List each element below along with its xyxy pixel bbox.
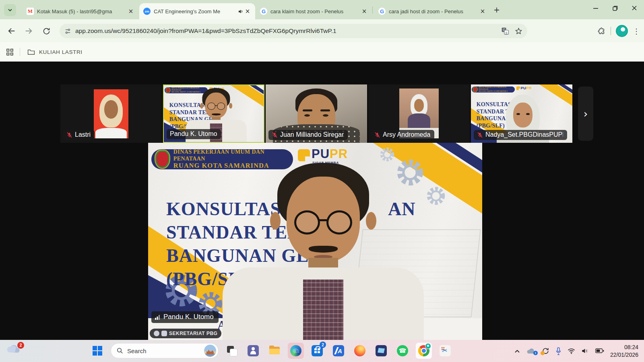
taskbar-center: Search 2 A ☎ ✂	[89, 343, 453, 359]
window-restore-button[interactable]	[605, 0, 625, 16]
system-tray: i 08:24 22/01/2026	[514, 340, 638, 362]
file-explorer-icon	[269, 345, 280, 356]
archicad-icon: A	[333, 345, 344, 356]
tab-close-button[interactable]: ×	[361, 8, 368, 15]
zoom-meeting-area: Lastri DINAS PEKERJAAN UMUM DAN PENATAAN…	[0, 62, 644, 340]
task-view-button[interactable]	[224, 343, 240, 359]
projector-app-button[interactable]	[373, 343, 389, 359]
participant-tile-pandu[interactable]: DINAS PEKERJAAN UMUM DAN PENATAANRUANG K…	[163, 84, 264, 143]
task-view-icon	[226, 345, 237, 356]
new-tab-button[interactable]: +	[492, 5, 502, 14]
tab-title: CAT Engineering's Zoom Me	[154, 8, 235, 14]
tab-search-button[interactable]	[4, 4, 16, 16]
virtual-background: DINAS PEKERJAAN UMUM DAN PENATAAN RUANG …	[148, 143, 482, 340]
svg-text:g: g	[506, 31, 507, 34]
tab-close-button[interactable]: ×	[127, 8, 134, 15]
clock-time: 08:24	[610, 343, 638, 351]
battery-icon[interactable]	[595, 348, 604, 354]
taskbar-search[interactable]: Search	[111, 343, 219, 358]
apps-grid-button[interactable]	[6, 49, 13, 56]
google-favicon: G	[260, 8, 267, 15]
sync-icon[interactable]	[542, 347, 549, 355]
back-button[interactable]	[6, 26, 17, 36]
search-daily-image[interactable]	[204, 345, 216, 357]
wifi-icon[interactable]	[568, 348, 575, 354]
teams-button[interactable]	[245, 343, 261, 359]
tray-expand-button[interactable]	[514, 349, 520, 353]
translate-icon[interactable]: Gg	[501, 27, 509, 35]
city-crest	[473, 87, 477, 93]
bookmark-star-icon[interactable]	[515, 27, 522, 35]
mic-muted-icon	[272, 132, 278, 138]
tab-gmail[interactable]: M Kotak Masuk (5) - lastri95@gma ×	[23, 3, 138, 19]
main-speaker-video[interactable]: DINAS PEKERJAAN UMUM DAN PENATAAN RUANG …	[148, 143, 482, 340]
instagram-icon	[161, 331, 167, 336]
banner-line2: RUANG KOTA SAMARINDA	[479, 90, 515, 93]
chrome-button[interactable]	[416, 343, 432, 359]
participant-tile-juan[interactable]: Juan Milliando Siregar	[266, 84, 367, 143]
gmail-favicon: M	[27, 8, 34, 15]
bookmarks-separator	[20, 48, 20, 56]
windows-taskbar: 2 Search 2 A ☎	[0, 340, 644, 362]
firefox-button[interactable]	[352, 343, 368, 359]
bookmark-folder-kuliah-lastri[interactable]: KULIAH LASTRI	[27, 49, 83, 55]
store-badge: 2	[320, 341, 326, 348]
tab-close-button[interactable]: ×	[479, 8, 486, 15]
browser-toolbar: app.zoom.us/wc/9521860240/join?fromPWA=1…	[0, 19, 644, 42]
chrome-reminder-badge	[425, 343, 431, 349]
start-button[interactable]	[89, 343, 105, 359]
snipping-tool-button[interactable]: ✂	[437, 343, 453, 359]
address-bar[interactable]: app.zoom.us/wc/9521860240/join?fromPWA=1…	[60, 24, 527, 38]
onedrive-status-dot: i	[533, 351, 538, 355]
forward-button[interactable]	[23, 26, 34, 36]
gear-icon	[425, 185, 447, 207]
pupr-logo: PUPR	[298, 148, 348, 161]
tab-title: cara jadi host di zoom - Penelus	[389, 8, 476, 14]
main-speaker-name: Pandu K. Utomo	[163, 313, 214, 321]
site-settings-icon[interactable]	[64, 28, 71, 35]
participant-name: Nadya_Set.PBGDinasPUPR	[485, 131, 563, 138]
extensions-icon[interactable]	[598, 27, 606, 35]
chevron-right-icon: ›	[584, 108, 588, 120]
participant-tile-lastri[interactable]: Lastri	[60, 84, 162, 143]
next-participants-button[interactable]: ›	[578, 86, 593, 141]
tab-search-jadi-host[interactable]: G cara jadi host di zoom - Penelus ×	[374, 3, 490, 19]
url-text[interactable]: app.zoom.us/wc/9521860240/join?fromPWA=1…	[75, 27, 501, 35]
taskbar-clock[interactable]: 08:24 22/01/2026	[610, 343, 638, 359]
search-icon	[117, 348, 123, 354]
window-close-button[interactable]	[625, 0, 644, 16]
participant-name-label: Arsy Andromeda	[371, 130, 434, 140]
sync-status-dot	[541, 351, 545, 355]
profile-avatar[interactable]	[616, 25, 628, 37]
participant-name: Arsy Andromeda	[383, 131, 430, 138]
whatsapp-button[interactable]: ☎	[394, 343, 411, 359]
city-crest	[155, 150, 169, 168]
participant-tile-arsy[interactable]: Arsy Andromeda	[368, 84, 470, 143]
tab-audio-icon[interactable]	[238, 8, 244, 14]
edge-button[interactable]	[288, 343, 304, 359]
archicad-button[interactable]: A	[330, 343, 347, 359]
participant-tile-nadya[interactable]: DINAS PEKERJAAN UMUM DAN PENATAANRUANG K…	[471, 84, 572, 143]
volume-icon[interactable]	[581, 348, 589, 354]
bookmarks-bar: KULIAH LASTRI	[0, 42, 644, 62]
pupr-mark	[298, 149, 310, 161]
microsoft-store-button[interactable]: 2	[309, 343, 325, 359]
reload-button[interactable]	[41, 26, 52, 36]
notification-badge: 2	[17, 342, 24, 349]
tab-close-button[interactable]: ×	[244, 8, 251, 15]
browser-menu-icon[interactable]: ⋮	[633, 27, 640, 35]
weather-widget[interactable]: 2	[6, 343, 25, 359]
projector-app-icon	[376, 345, 387, 356]
city-crest	[166, 88, 170, 93]
tab-search-klaim-host[interactable]: G cara klaim host zoom - Penelus ×	[256, 3, 372, 19]
participant-name-label: Lastri	[63, 130, 95, 140]
plaid-shirt-shape	[303, 280, 343, 340]
microphone-tray-icon[interactable]	[555, 347, 561, 355]
window-minimize-button[interactable]	[586, 0, 605, 16]
whatsapp-icon: ☎	[397, 345, 408, 356]
clock-date: 22/01/2026	[610, 351, 638, 359]
onedrive-icon[interactable]: i	[526, 348, 536, 354]
file-explorer-button[interactable]	[266, 343, 283, 359]
tab-zoom-meeting[interactable]: zm CAT Engineering's Zoom Me ×	[139, 3, 255, 19]
browser-tab-strip: M Kotak Masuk (5) - lastri95@gma × zm CA…	[0, 0, 644, 19]
